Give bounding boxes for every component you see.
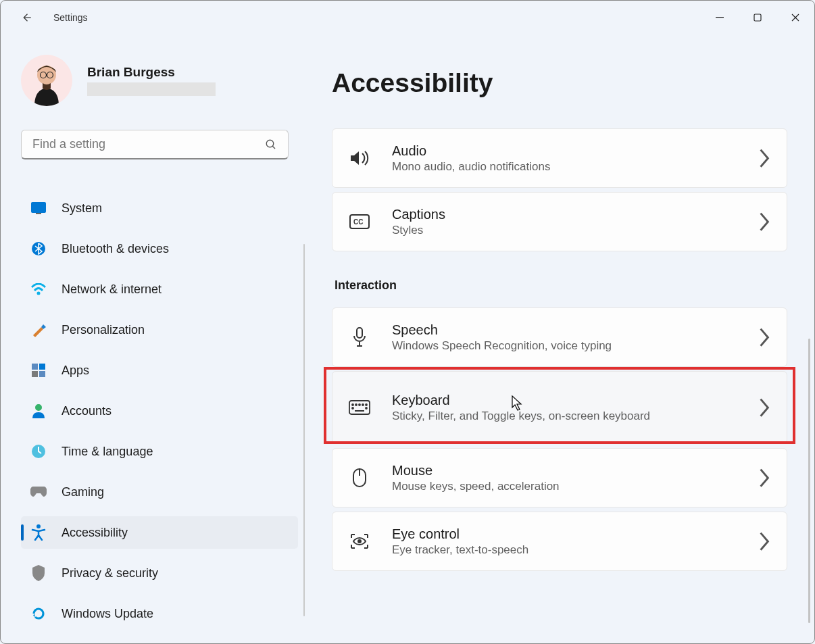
main-content: Accessibility Audio Mono audio, audio no… — [305, 34, 814, 643]
sidebar-item-system[interactable]: System — [21, 192, 298, 224]
time-language-icon — [30, 443, 47, 460]
search-icon — [265, 139, 277, 151]
card-sub: Mouse keys, speed, acceleration — [392, 480, 758, 493]
svg-rect-20 — [357, 328, 362, 338]
card-sub: Mono audio, audio notifications — [392, 160, 758, 174]
minimize-button[interactable] — [701, 4, 739, 31]
eye-control-icon — [349, 530, 370, 552]
card-sub: Sticky, Filter, and Toggle keys, on-scre… — [392, 410, 758, 423]
card-eye-control[interactable]: Eye control Eye tracker, text-to-speech — [332, 512, 787, 571]
accessibility-icon — [30, 524, 47, 541]
svg-text:CC: CC — [353, 218, 363, 226]
update-icon — [30, 605, 47, 622]
chevron-right-icon — [758, 530, 770, 552]
sidebar-item-accounts[interactable]: Accounts — [21, 395, 298, 427]
svg-point-6 — [266, 140, 274, 147]
svg-point-10 — [37, 292, 41, 295]
svg-point-23 — [355, 404, 357, 405]
svg-rect-7 — [31, 202, 46, 213]
search-box[interactable] — [21, 130, 289, 159]
search-input[interactable] — [32, 137, 265, 151]
sidebar-item-network[interactable]: Network & internet — [21, 273, 298, 305]
sidebar-item-label: Windows Update — [61, 607, 153, 621]
privacy-icon — [30, 565, 47, 581]
speech-icon — [349, 326, 370, 348]
card-title: Audio — [392, 143, 758, 159]
sidebar-item-privacy[interactable]: Privacy & security — [21, 557, 298, 589]
back-arrow-icon — [20, 11, 32, 24]
maximize-icon — [754, 14, 762, 22]
card-title: Keyboard — [392, 393, 758, 408]
close-button[interactable] — [776, 4, 814, 31]
sidebar-item-label: Accounts — [61, 404, 112, 418]
captions-icon: CC — [349, 211, 370, 232]
svg-rect-11 — [32, 364, 38, 370]
sidebar-item-windows-update[interactable]: Windows Update — [21, 597, 298, 630]
card-audio[interactable]: Audio Mono audio, audio notifications — [332, 128, 787, 188]
sidebar-item-label: Accessibility — [61, 526, 128, 540]
svg-point-17 — [36, 524, 41, 528]
card-sub: Windows Speech Recognition, voice typing — [392, 339, 758, 353]
sidebar-item-label: Privacy & security — [61, 566, 158, 580]
svg-rect-1 — [754, 14, 761, 21]
card-mouse[interactable]: Mouse Mouse keys, speed, acceleration — [332, 448, 787, 507]
svg-point-24 — [359, 404, 360, 405]
sidebar-item-label: Bluetooth & devices — [61, 242, 169, 256]
svg-point-27 — [352, 407, 353, 409]
card-title: Captions — [392, 207, 758, 222]
mouse-icon — [349, 467, 370, 489]
card-keyboard[interactable]: Keyboard Sticky, Filter, and Toggle keys… — [332, 371, 787, 444]
svg-rect-0 — [716, 17, 724, 18]
sidebar-item-label: Network & internet — [61, 282, 162, 297]
close-icon — [791, 14, 799, 22]
sidebar-item-label: Personalization — [61, 323, 145, 337]
card-speech[interactable]: Speech Windows Speech Recognition, voice… — [332, 307, 787, 367]
svg-point-28 — [366, 407, 367, 409]
sidebar-item-personalization[interactable]: Personalization — [21, 314, 298, 346]
user-block[interactable]: Brian Burgess — [21, 55, 298, 106]
svg-point-26 — [366, 404, 367, 405]
avatar — [21, 55, 72, 106]
audio-icon — [349, 147, 370, 169]
main-scrollbar[interactable] — [808, 339, 810, 623]
maximize-button[interactable] — [739, 4, 776, 31]
svg-rect-13 — [32, 371, 38, 377]
sidebar-item-label: Time & language — [61, 445, 153, 459]
sidebar-item-accessibility[interactable]: Accessibility — [21, 516, 298, 549]
chevron-right-icon — [758, 147, 770, 169]
sidebar-item-label: Gaming — [61, 485, 104, 499]
card-title: Mouse — [392, 463, 758, 478]
sidebar-item-gaming[interactable]: Gaming — [21, 476, 298, 508]
user-name: Brian Burgess — [87, 65, 216, 80]
keyboard-icon — [349, 397, 370, 418]
system-icon — [30, 200, 47, 216]
personalization-icon — [30, 322, 47, 338]
chevron-right-icon — [758, 211, 770, 232]
card-sub: Styles — [392, 224, 758, 237]
svg-point-32 — [358, 540, 361, 543]
sidebar-item-bluetooth[interactable]: Bluetooth & devices — [21, 232, 298, 265]
sidebar-item-label: System — [61, 201, 102, 216]
sidebar-item-time-language[interactable]: Time & language — [21, 435, 298, 468]
page-title: Accessibility — [332, 68, 787, 98]
apps-icon — [30, 362, 47, 378]
card-title: Speech — [392, 322, 758, 338]
card-title: Eye control — [392, 526, 758, 542]
app-title: Settings — [53, 12, 88, 23]
section-heading-interaction: Interaction — [335, 278, 787, 293]
svg-rect-8 — [36, 213, 41, 214]
svg-point-25 — [362, 404, 364, 405]
sidebar-item-label: Apps — [61, 364, 89, 378]
svg-point-15 — [35, 404, 42, 411]
sidebar: Brian Burgess System Bluetooth & devices — [1, 34, 305, 643]
card-sub: Eye tracker, text-to-speech — [392, 543, 758, 557]
svg-rect-14 — [39, 371, 45, 377]
network-icon — [30, 281, 47, 297]
nav-list: System Bluetooth & devices Network & int… — [21, 192, 298, 638]
card-captions[interactable]: CC Captions Styles — [332, 192, 787, 251]
user-email-redacted — [87, 82, 216, 96]
minimize-icon — [716, 14, 724, 22]
back-button[interactable] — [14, 5, 39, 30]
accounts-icon — [30, 403, 47, 419]
sidebar-item-apps[interactable]: Apps — [21, 354, 298, 387]
